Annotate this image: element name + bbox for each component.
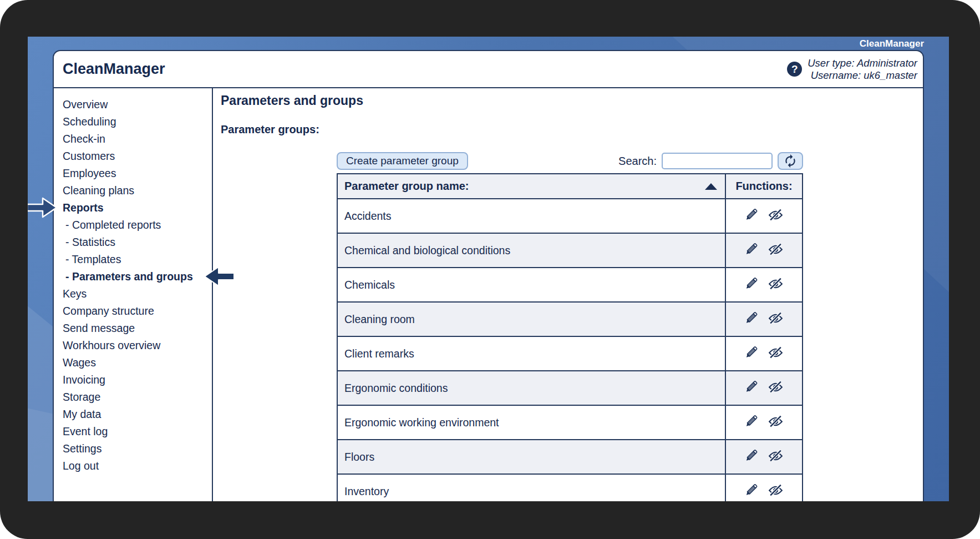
app-window: CleanManager ? User type: Administrator … bbox=[53, 50, 924, 501]
edit-pencil-icon[interactable] bbox=[744, 276, 759, 293]
table-header-row: Parameter group name: Functions: bbox=[337, 174, 803, 199]
sidebar-item[interactable]: - Statistics bbox=[63, 234, 212, 251]
refresh-button[interactable] bbox=[778, 152, 803, 170]
sidebar-item[interactable]: Storage bbox=[63, 389, 212, 406]
sidebar-item[interactable]: Log out bbox=[63, 457, 212, 475]
sidebar-list: OverviewSchedulingCheck-inCustomersEmplo… bbox=[63, 96, 212, 475]
search-input[interactable] bbox=[662, 153, 773, 169]
row-name: Ergonomic conditions bbox=[337, 371, 725, 405]
table-row[interactable]: Ergonomic working environment bbox=[337, 405, 803, 440]
parameters-pointer-left-arrow bbox=[203, 264, 235, 289]
column-header-name-label: Parameter group name: bbox=[344, 180, 469, 192]
username-text: Username: uk6_master bbox=[808, 69, 917, 82]
section-title: Parameter groups: bbox=[221, 123, 923, 136]
sidebar-item[interactable]: Workhours overview bbox=[63, 337, 212, 354]
table-row[interactable]: Chemical and biological conditions bbox=[337, 233, 803, 268]
row-functions bbox=[725, 268, 803, 302]
table-row[interactable]: Chemicals bbox=[337, 268, 803, 302]
sidebar-item[interactable]: Scheduling bbox=[63, 113, 212, 130]
row-functions bbox=[725, 474, 803, 501]
hide-eye-off-icon[interactable] bbox=[768, 311, 784, 328]
table-body: Accidents Chemic bbox=[337, 199, 803, 501]
hide-eye-off-icon[interactable] bbox=[768, 242, 784, 259]
table-row[interactable]: Floors bbox=[337, 440, 803, 474]
column-header-functions: Functions: bbox=[725, 174, 803, 199]
create-parameter-group-button[interactable]: Create parameter group bbox=[337, 152, 468, 170]
table-row[interactable]: Ergonomic conditions bbox=[337, 371, 803, 405]
row-functions bbox=[725, 233, 803, 268]
sidebar-item[interactable]: Send message bbox=[63, 320, 212, 337]
edit-pencil-icon[interactable] bbox=[744, 414, 759, 431]
hide-eye-off-icon[interactable] bbox=[768, 449, 784, 465]
screen-background: CleanManager CleanManager ? User type: A… bbox=[28, 37, 949, 501]
toolbar: Create parameter group Search: bbox=[337, 152, 803, 170]
sidebar-item[interactable]: - Templates bbox=[63, 251, 212, 268]
hide-eye-off-icon[interactable] bbox=[768, 208, 784, 224]
row-name: Accidents bbox=[337, 199, 725, 233]
sidebar-item[interactable]: Reports bbox=[63, 199, 212, 216]
sidebar-item[interactable]: Wages bbox=[63, 354, 212, 371]
app-title: CleanManager bbox=[63, 61, 165, 78]
row-name: Chemical and biological conditions bbox=[337, 233, 725, 268]
row-functions bbox=[725, 440, 803, 474]
hide-eye-off-icon[interactable] bbox=[768, 414, 784, 431]
sidebar-item[interactable]: Settings bbox=[63, 440, 212, 457]
sidebar-item[interactable]: Keys bbox=[63, 285, 212, 303]
sidebar-item[interactable]: Cleaning plans bbox=[63, 182, 212, 199]
help-icon[interactable]: ? bbox=[787, 62, 802, 77]
sidebar-item[interactable]: - Parameters and groups bbox=[63, 268, 212, 285]
edit-pencil-icon[interactable] bbox=[744, 311, 759, 328]
row-name: Inventory bbox=[337, 474, 725, 501]
hide-eye-off-icon[interactable] bbox=[768, 345, 784, 362]
app-header: CleanManager ? User type: Administrator … bbox=[54, 51, 923, 88]
row-name: Ergonomic working environment bbox=[337, 405, 725, 440]
row-functions bbox=[725, 405, 803, 440]
row-name: Client remarks bbox=[337, 336, 725, 371]
row-name: Chemicals bbox=[337, 268, 725, 302]
main-content: Parameters and groups Parameter groups: … bbox=[212, 88, 923, 501]
hide-eye-off-icon[interactable] bbox=[768, 276, 784, 293]
edit-pencil-icon[interactable] bbox=[744, 483, 759, 500]
row-name: Floors bbox=[337, 440, 725, 474]
sidebar-item[interactable]: My data bbox=[63, 406, 212, 423]
search-label: Search: bbox=[618, 155, 657, 168]
user-info: User type: Administrator Username: uk6_m… bbox=[808, 57, 917, 82]
sidebar-item[interactable]: Customers bbox=[63, 148, 212, 165]
edit-pencil-icon[interactable] bbox=[744, 208, 759, 224]
parameter-groups-panel: Create parameter group Search: bbox=[337, 152, 803, 501]
edit-pencil-icon[interactable] bbox=[744, 242, 759, 259]
table-row[interactable]: Accidents bbox=[337, 199, 803, 233]
sidebar-nav: OverviewSchedulingCheck-inCustomersEmplo… bbox=[54, 88, 212, 501]
search-group: Search: bbox=[618, 152, 803, 170]
table-row[interactable]: Client remarks bbox=[337, 336, 803, 371]
sidebar-item[interactable]: - Completed reports bbox=[63, 216, 212, 234]
page-title: Parameters and groups bbox=[221, 93, 923, 108]
column-header-name[interactable]: Parameter group name: bbox=[337, 174, 725, 199]
device-frame: CleanManager CleanManager ? User type: A… bbox=[0, 0, 980, 539]
window-brand-badge: CleanManager bbox=[860, 37, 924, 50]
edit-pencil-icon[interactable] bbox=[744, 345, 759, 362]
row-functions bbox=[725, 199, 803, 233]
refresh-icon bbox=[783, 154, 798, 168]
row-functions bbox=[725, 371, 803, 405]
window-body: OverviewSchedulingCheck-inCustomersEmplo… bbox=[54, 88, 923, 501]
sidebar-item[interactable]: Employees bbox=[63, 165, 212, 182]
table-row[interactable]: Inventory bbox=[337, 474, 803, 501]
user-block: ? User type: Administrator Username: uk6… bbox=[787, 57, 917, 82]
sidebar-item[interactable]: Event log bbox=[63, 423, 212, 440]
user-type-text: User type: Administrator bbox=[808, 57, 917, 69]
row-functions bbox=[725, 302, 803, 336]
hide-eye-off-icon[interactable] bbox=[768, 483, 784, 500]
table-row[interactable]: Cleaning room bbox=[337, 302, 803, 336]
edit-pencil-icon[interactable] bbox=[744, 449, 759, 465]
row-name: Cleaning room bbox=[337, 302, 725, 336]
reports-pointer-right-arrow bbox=[28, 195, 58, 220]
sort-ascending-icon[interactable] bbox=[705, 183, 717, 190]
sidebar-item[interactable]: Invoicing bbox=[63, 371, 212, 389]
sidebar-item[interactable]: Check-in bbox=[63, 130, 212, 148]
sidebar-item[interactable]: Overview bbox=[63, 96, 212, 113]
parameter-groups-table: Parameter group name: Functions: Acciden… bbox=[337, 173, 803, 501]
sidebar-item[interactable]: Company structure bbox=[63, 303, 212, 320]
hide-eye-off-icon[interactable] bbox=[768, 380, 784, 396]
edit-pencil-icon[interactable] bbox=[744, 380, 759, 396]
